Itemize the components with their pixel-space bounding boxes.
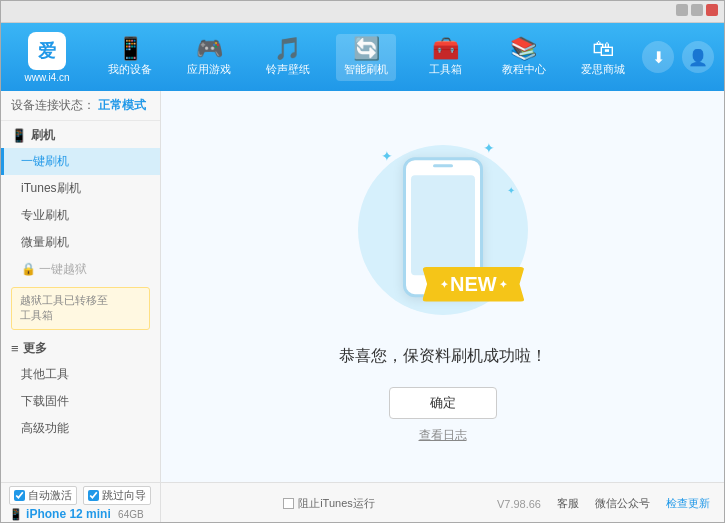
nav-label-shop: 爱思商城 xyxy=(581,62,625,77)
device-icon: 📱 xyxy=(9,508,26,520)
nav-icon-ringtone: 🎵 xyxy=(274,38,301,60)
more-icon: ≡ xyxy=(11,341,19,356)
nav-icon-my-device: 📱 xyxy=(117,38,144,60)
status-value: 正常模式 xyxy=(98,98,146,112)
itunes-checkbox-icon[interactable] xyxy=(283,498,294,509)
nav-label-my-device: 我的设备 xyxy=(108,62,152,77)
itunes-row: 阻止iTunes运行 xyxy=(161,483,497,523)
status-label: 设备连接状态： xyxy=(11,98,95,112)
support-link[interactable]: 客服 xyxy=(557,496,579,511)
sparkle-1: ✦ xyxy=(381,148,393,164)
sparkle-2: ✦ xyxy=(483,140,495,156)
nav-items: 📱 我的设备 🎮 应用游戏 🎵 铃声壁纸 🔄 智能刷机 🧰 工具箱 📚 教程中心… xyxy=(91,34,642,81)
titlebar xyxy=(1,1,724,23)
nav-label-ringtone: 铃声壁纸 xyxy=(266,62,310,77)
success-illustration: ✦ ✦ ✦ NEW xyxy=(343,130,543,330)
checkbox-row: 自动激活 跳过向导 xyxy=(1,486,160,507)
logo[interactable]: 爱 www.i4.cn xyxy=(11,32,83,83)
wechat-link[interactable]: 微信公众号 xyxy=(595,496,650,511)
flash-label: 刷机 xyxy=(31,127,55,144)
sidebar-item-jailbreak: 🔒 一键越狱 xyxy=(1,256,160,283)
minimize-button[interactable] xyxy=(676,4,688,16)
flash-icon: 📱 xyxy=(11,128,27,143)
sidebar-item-pro[interactable]: 专业刷机 xyxy=(1,202,160,229)
sidebar-item-advanced[interactable]: 高级功能 xyxy=(1,415,160,442)
maximize-button[interactable] xyxy=(691,4,703,16)
nav-icon-smart-shop: 🔄 xyxy=(353,38,380,60)
skip-wizard-input[interactable] xyxy=(88,490,99,501)
device-info-row: 📱 iPhone 12 mini 64GB xyxy=(1,507,160,521)
nav-label-app-game: 应用游戏 xyxy=(187,62,231,77)
sidebar-item-data-save[interactable]: 微量刷机 xyxy=(1,229,160,256)
skip-wizard-label: 跳过向导 xyxy=(102,488,146,503)
new-badge: NEW xyxy=(422,267,525,302)
nav-label-toolbox: 工具箱 xyxy=(429,62,462,77)
sidebar-item-other-tools[interactable]: 其他工具 xyxy=(1,361,160,388)
nav-item-smart-shop[interactable]: 🔄 智能刷机 xyxy=(336,34,396,81)
version-label: V7.98.66 xyxy=(497,498,541,510)
nav-item-shop[interactable]: 🛍 爱思商城 xyxy=(573,34,633,81)
nav-item-my-device[interactable]: 📱 我的设备 xyxy=(100,34,160,81)
flash-section: 📱 刷机 xyxy=(1,121,160,148)
nav-label-tutorial: 教程中心 xyxy=(502,62,546,77)
update-link[interactable]: 检查更新 xyxy=(666,496,710,511)
nav-icon-tutorial: 📚 xyxy=(510,38,537,60)
header: 爱 www.i4.cn 📱 我的设备 🎮 应用游戏 🎵 铃声壁纸 🔄 智能刷机 … xyxy=(1,23,724,91)
nav-item-tutorial[interactable]: 📚 教程中心 xyxy=(494,34,554,81)
auto-activate-checkbox[interactable]: 自动激活 xyxy=(9,486,77,505)
auto-activate-input[interactable] xyxy=(14,490,25,501)
device-status: 设备连接状态： 正常模式 xyxy=(1,91,160,121)
more-section: ≡ 更多 xyxy=(1,334,160,361)
close-button[interactable] xyxy=(706,4,718,16)
success-message: 恭喜您，保资料刷机成功啦！ xyxy=(339,346,547,367)
sidebar-item-itunes[interactable]: iTunes刷机 xyxy=(1,175,160,202)
auto-activate-label: 自动激活 xyxy=(28,488,72,503)
logo-icon: 爱 xyxy=(28,32,66,70)
nav-item-toolbox[interactable]: 🧰 工具箱 xyxy=(415,34,475,81)
sparkle-3: ✦ xyxy=(507,185,515,196)
nav-icon-shop: 🛍 xyxy=(592,38,614,60)
download-button[interactable]: ⬇ xyxy=(642,41,674,73)
confirm-button[interactable]: 确定 xyxy=(389,387,497,419)
itunes-label: 阻止iTunes运行 xyxy=(298,496,375,511)
user-button[interactable]: 👤 xyxy=(682,41,714,73)
logo-url: www.i4.cn xyxy=(24,72,69,83)
main-content: ✦ ✦ ✦ NEW 恭喜您，保资料刷机成功啦！ xyxy=(161,91,724,482)
nav-icon-app-game: 🎮 xyxy=(196,38,223,60)
sidebar-item-one-click[interactable]: 一键刷机 xyxy=(1,148,160,175)
sidebar: 设备连接状态： 正常模式 📱 刷机 一键刷机 iTunes刷机 专业刷机 微量刷… xyxy=(1,91,161,482)
nav-item-app-game[interactable]: 🎮 应用游戏 xyxy=(179,34,239,81)
nav-label-smart-shop: 智能刷机 xyxy=(344,62,388,77)
log-link[interactable]: 查看日志 xyxy=(419,427,467,444)
jailbreak-warning: 越狱工具已转移至 工具箱 xyxy=(11,287,150,330)
bottom-right: V7.98.66 客服 微信公众号 检查更新 xyxy=(497,483,724,523)
more-label: 更多 xyxy=(23,340,47,357)
nav-icon-toolbox: 🧰 xyxy=(432,38,459,60)
sidebar-item-download[interactable]: 下载固件 xyxy=(1,388,160,415)
nav-item-ringtone[interactable]: 🎵 铃声壁纸 xyxy=(258,34,318,81)
skip-wizard-checkbox[interactable]: 跳过向导 xyxy=(83,486,151,505)
device-name: iPhone 12 mini xyxy=(26,507,111,521)
header-right: ⬇ 👤 xyxy=(642,41,714,73)
device-storage: 64GB xyxy=(118,509,144,520)
